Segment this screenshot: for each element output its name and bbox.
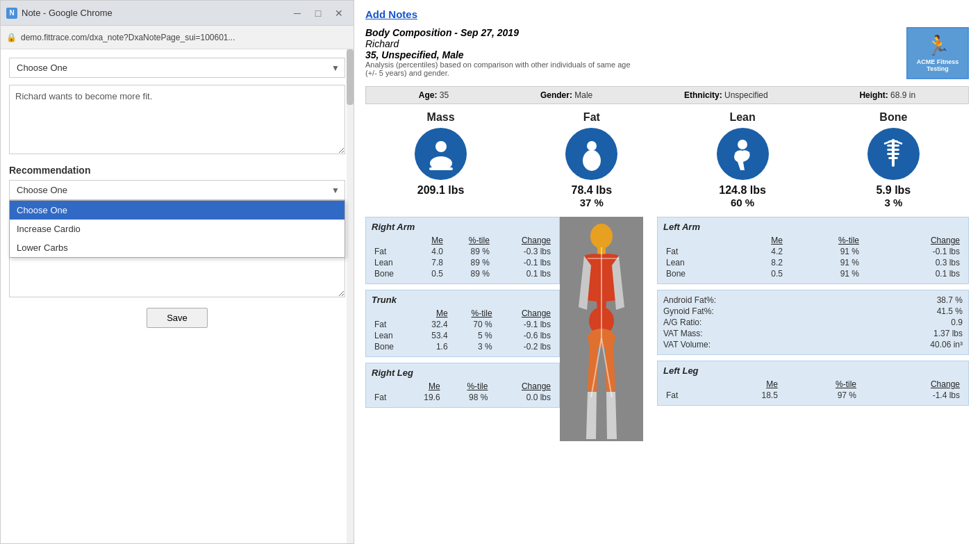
left-arm-bone-pct: 91 % — [786, 268, 862, 279]
trunk-col1: Me — [414, 308, 451, 319]
age-info: Age: 35 — [419, 90, 449, 100]
right-leg-fat-pct: 98 % — [443, 392, 491, 403]
right-arm-col0 — [372, 235, 415, 246]
metric-fat-pct: 37 % — [580, 197, 604, 208]
trunk-col2: %-tile — [451, 308, 495, 319]
dropdown2-option-lower-carbs[interactable]: Lower Carbs — [10, 238, 344, 257]
gynoid-fat-label: Gynoid Fat%: — [663, 306, 714, 316]
metric-mass-value: 209.1 lbs — [417, 184, 465, 197]
table-row: Lean 8.2 91 % 0.3 lbs — [663, 257, 963, 268]
trunk-bone-change: -0.2 lbs — [495, 341, 554, 352]
body-heatmap-svg — [577, 217, 626, 439]
textarea1[interactable]: Richard wants to become more fit. — [9, 85, 345, 154]
metric-bone-circle — [867, 128, 920, 180]
left-arm-fat-label: Fat — [663, 246, 736, 257]
trunk-lean-pct: 5 % — [451, 330, 495, 341]
ag-ratio-label: A/G Ratio: — [663, 318, 701, 327]
left-arm-col0 — [663, 235, 736, 246]
right-leg-fat-change: 0.0 lbs — [490, 392, 554, 403]
left-leg-col0 — [663, 379, 715, 390]
metric-lean-value: 124.8 lbs — [719, 184, 766, 197]
lower-grid: Right Arm Me %-tile Change Fat 4.0 — [365, 217, 969, 441]
report-name: Richard — [365, 38, 643, 49]
metric-fat: Fat 78.4 lbs 37 % — [525, 111, 658, 208]
left-arm-section: Left Arm Me %-tile Change Fat 4.2 — [657, 217, 969, 284]
lock-icon: 🔒 — [6, 33, 17, 42]
right-arm-section: Right Arm Me %-tile Change Fat 4.0 — [365, 217, 560, 284]
metric-bone-pct: 3 % — [884, 197, 902, 208]
trunk-fat-change: -9.1 lbs — [495, 319, 554, 330]
trunk-sidebar-labels: Trunk Fat Lean Bone — [643, 217, 657, 441]
metrics-row: Mass 209.1 lbs Fat 78.4 lbs 37 % — [365, 111, 969, 208]
left-leg-col3: Change — [859, 379, 963, 390]
left-arm-fat-pct: 91 % — [786, 246, 862, 257]
scrollbar-track[interactable] — [347, 49, 354, 543]
left-arm-col3: Change — [862, 235, 963, 246]
trunk-lean-label: Lean — [372, 330, 414, 341]
dropdown2-select[interactable]: Choose One Increase Cardio Lower Carbs — [9, 180, 345, 200]
maximize-button[interactable]: □ — [309, 6, 327, 20]
save-button[interactable]: Save — [147, 308, 208, 328]
metric-lean-circle — [717, 128, 769, 180]
left-arm-table: Me %-tile Change Fat 4.2 91 % -0.1 lbs — [663, 235, 963, 279]
vat-volume-label: VAT Volume: — [663, 340, 711, 349]
title-bar: N Note - Google Chrome ─ □ ✕ — [1, 1, 354, 26]
left-arm-lean-pct: 91 % — [786, 257, 862, 268]
table-row: Fat 4.2 91 % -0.1 lbs — [663, 246, 963, 257]
table-row: Fat 4.0 89 % -0.3 lbs — [372, 246, 554, 257]
right-arm-fat-change: -0.3 lbs — [492, 246, 554, 257]
right-arm-col2: %-tile — [446, 235, 492, 246]
left-leg-fat-me: 18.5 — [715, 390, 780, 401]
svg-point-3 — [587, 141, 597, 151]
dropdown2-option-increase-cardio[interactable]: Increase Cardio — [10, 220, 344, 238]
ag-ratio-row: A/G Ratio: 0.9 — [663, 317, 963, 328]
left-arm-bone-me: 0.5 — [736, 268, 786, 279]
right-arm-fat-me: 4.0 — [415, 246, 445, 257]
report-analysis-note: Analysis (percentiles) based on comparis… — [365, 60, 643, 77]
right-arm-col3: Change — [492, 235, 554, 246]
right-arm-lean-change: -0.1 lbs — [492, 257, 554, 268]
report-header: Body Composition - Sep 27, 2019 Richard … — [365, 27, 969, 79]
left-arm-lean-change: 0.3 lbs — [862, 257, 963, 268]
dropdown1-select[interactable]: Choose One Increase Cardio Lower Carbs — [9, 58, 345, 78]
right-arm-bone-pct: 89 % — [446, 268, 492, 279]
right-arm-bone-label: Bone — [372, 268, 415, 279]
body-figure-container — [577, 217, 626, 441]
right-arm-lean-me: 7.8 — [415, 257, 445, 268]
trunk-fat-pct: 70 % — [451, 319, 495, 330]
gynoid-fat-value: 41.5 % — [937, 306, 963, 316]
table-row: Bone 0.5 91 % 0.1 lbs — [663, 268, 963, 279]
gynoid-fat-row: Gynoid Fat%: 41.5 % — [663, 306, 963, 317]
svg-rect-2 — [429, 167, 453, 170]
right-leg-title: Right Leg — [372, 368, 554, 378]
ag-ratio-value: 0.9 — [951, 318, 963, 327]
add-notes-link[interactable]: Add Notes — [365, 8, 969, 20]
right-arm-fat-pct: 89 % — [446, 246, 492, 257]
left-arm-fat-change: -0.1 lbs — [862, 246, 963, 257]
trunk-section: Trunk Me %-tile Change Fat 32.4 — [365, 290, 560, 357]
right-leg-col2: %-tile — [443, 381, 491, 392]
table-row: Fat 18.5 97 % -1.4 lbs — [663, 390, 963, 401]
report-title: Body Composition - Sep 27, 2019 Richard … — [365, 27, 643, 77]
close-button[interactable]: ✕ — [330, 6, 348, 20]
metric-bone-value: 5.9 lbs — [876, 184, 911, 197]
svg-rect-11 — [892, 139, 895, 167]
metric-fat-value: 78.4 lbs — [572, 184, 613, 197]
dropdown2-option-choose-one[interactable]: Choose One — [10, 201, 344, 220]
address-text[interactable]: demo.fittrace.com/dxa_note?DxaNotePage_s… — [21, 33, 235, 42]
left-body-sections: Right Arm Me %-tile Change Fat 4.0 — [365, 217, 560, 441]
dropdown2-menu: Choose One Increase Cardio Lower Carbs — [9, 200, 345, 258]
right-leg-table: Me %-tile Change Fat 19.6 98 % 0.0 lbs — [372, 381, 554, 403]
right-arm-bone-me: 0.5 — [415, 268, 445, 279]
window-title: Note - Google Chrome — [22, 8, 288, 18]
left-arm-lean-me: 8.2 — [736, 257, 786, 268]
right-arm-lean-pct: 89 % — [446, 257, 492, 268]
android-stats-section: Android Fat%: 38.7 % Gynoid Fat%: 41.5 %… — [657, 290, 969, 355]
minimize-button[interactable]: ─ — [288, 6, 306, 20]
ethnicity-info: Ethnicity: Unspecified — [684, 90, 768, 100]
chrome-icon: N — [6, 8, 17, 19]
left-arm-bone-change: 0.1 lbs — [862, 268, 963, 279]
scrollbar-thumb[interactable] — [347, 49, 354, 105]
metric-mass-title: Mass — [427, 111, 455, 124]
gender-info: Gender: Male — [540, 90, 592, 100]
